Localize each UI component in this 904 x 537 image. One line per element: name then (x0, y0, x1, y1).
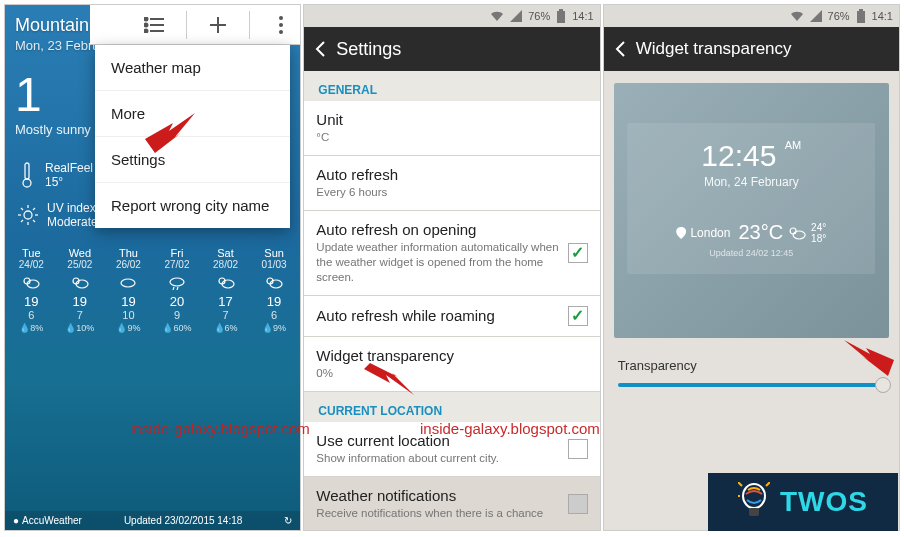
preview-location: London 23°C 24°18° (635, 221, 867, 244)
menu-report-city[interactable]: Report wrong city name (95, 183, 290, 228)
annotation-arrow-icon (145, 113, 195, 153)
setting-use-location[interactable]: Use current locationShow information abo… (304, 422, 599, 477)
svg-line-54 (766, 482, 770, 486)
svg-point-39 (279, 30, 283, 34)
checkbox-icon[interactable] (568, 243, 588, 263)
setting-widget-transparency[interactable]: Widget transparency0% (304, 337, 599, 392)
wifi-icon (490, 10, 504, 22)
settings-header[interactable]: Settings (304, 27, 599, 71)
weather-icon (117, 274, 139, 290)
svg-marker-45 (810, 10, 822, 22)
preview-time: 12:45 AM (635, 139, 867, 173)
setting-unit[interactable]: Unit°C (304, 101, 599, 156)
list-icon[interactable] (142, 12, 168, 38)
overflow-icon[interactable] (268, 12, 294, 38)
forecast-row: Tue 24/02 19 6 💧8% Wed 25/02 19 7 💧10% T… (5, 239, 300, 333)
svg-point-33 (145, 23, 148, 26)
widget-transparency-header[interactable]: Widget transparency (604, 27, 899, 71)
status-bar: 76% 14:1 (604, 5, 899, 27)
plus-icon[interactable] (205, 12, 231, 38)
transparency-slider[interactable] (618, 383, 885, 387)
status-bar: 76% 14:1 (304, 5, 599, 27)
setting-weather-notifications[interactable]: Weather notificationsReceive notificatio… (304, 477, 599, 531)
forecast-day: Sat 28/02 17 7 💧6% (201, 247, 250, 333)
svg-point-49 (793, 231, 805, 239)
annotation-arrow-icon (844, 340, 894, 376)
back-icon[interactable] (614, 40, 626, 58)
setting-auto-refresh-roaming[interactable]: Auto refresh while roaming (304, 296, 599, 337)
svg-line-12 (33, 220, 35, 222)
weather-icon (20, 274, 42, 290)
svg-marker-44 (364, 363, 414, 395)
svg-rect-0 (25, 163, 29, 179)
forecast-day: Tue 24/02 19 6 💧8% (7, 247, 56, 333)
twos-badge: TWOS (708, 473, 898, 531)
widget-preview: 12:45 AM Mon, 24 February London 23°C 24… (614, 83, 889, 338)
refresh-icon[interactable]: ↻ (284, 515, 292, 526)
forecast-day: Thu 26/02 19 10 💧9% (104, 247, 153, 333)
weather-icon (166, 274, 188, 290)
weather-icon (263, 274, 285, 290)
checkbox-icon[interactable] (568, 439, 588, 459)
weather-footer: ●AccuWeather Updated 23/02/2015 14:18 ↻ (5, 511, 300, 530)
weather-icon (69, 274, 91, 290)
svg-point-38 (279, 23, 283, 27)
svg-line-53 (738, 482, 742, 486)
battery-icon (556, 9, 566, 23)
setting-auto-refresh-opening[interactable]: Auto refresh on openingUpdate weather in… (304, 211, 599, 296)
page-title: Settings (336, 39, 401, 60)
forecast-day: Fri 27/02 20 9 💧60% (153, 247, 202, 333)
weather-icon (215, 274, 237, 290)
section-general: GENERAL (304, 71, 599, 101)
lightbulb-icon (738, 482, 770, 522)
svg-rect-43 (559, 9, 563, 11)
svg-line-24 (177, 287, 178, 290)
wifi-icon (790, 10, 804, 22)
back-icon[interactable] (314, 40, 326, 58)
svg-rect-46 (857, 11, 865, 23)
svg-point-6 (24, 211, 32, 219)
svg-line-14 (33, 208, 35, 210)
action-bar (90, 5, 300, 45)
svg-point-34 (145, 29, 148, 32)
svg-line-13 (21, 220, 23, 222)
svg-point-1 (23, 179, 31, 187)
sun-icon (17, 204, 39, 226)
thermometer-icon (17, 161, 37, 189)
svg-rect-42 (557, 11, 565, 23)
svg-rect-47 (859, 9, 863, 11)
svg-point-32 (145, 17, 148, 20)
setting-auto-refresh[interactable]: Auto refreshEvery 6 hours (304, 156, 599, 211)
svg-point-21 (121, 279, 135, 287)
svg-marker-40 (145, 113, 195, 153)
signal-icon (810, 10, 822, 22)
forecast-day: Wed 25/02 19 7 💧10% (56, 247, 105, 333)
signal-icon (510, 10, 522, 22)
annotation-arrow-icon (364, 363, 414, 399)
svg-line-11 (21, 208, 23, 210)
checkbox-icon (568, 494, 588, 514)
battery-icon (856, 9, 866, 23)
checkbox-icon[interactable] (568, 306, 588, 326)
pin-icon (676, 227, 686, 239)
section-current-location: CURRENT LOCATION (304, 392, 599, 422)
slider-thumb[interactable] (875, 377, 891, 393)
preview-date: Mon, 24 February (635, 175, 867, 189)
menu-weather-map[interactable]: Weather map (95, 45, 290, 91)
forecast-day: Sun 01/03 19 6 💧9% (250, 247, 299, 333)
twos-label: TWOS (780, 486, 868, 518)
svg-marker-41 (510, 10, 522, 22)
svg-marker-50 (844, 340, 894, 376)
svg-point-37 (279, 16, 283, 20)
svg-line-23 (173, 287, 174, 290)
preview-updated: Updated 24/02 12:45 (635, 248, 867, 258)
svg-rect-52 (749, 508, 759, 516)
page-title: Widget transparency (636, 39, 792, 59)
svg-point-22 (170, 278, 184, 286)
weather-icon (787, 225, 807, 241)
